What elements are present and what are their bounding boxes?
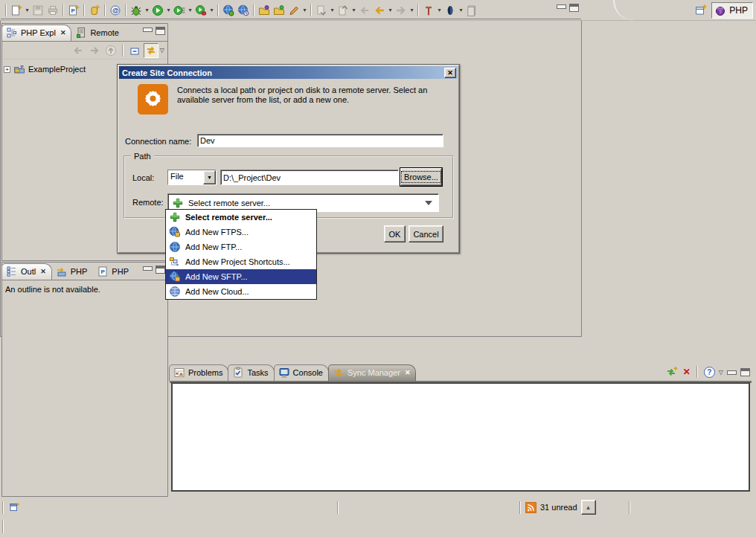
bottom-panel-toolbar: ✕ ? ▽ (664, 364, 750, 379)
tab-outline[interactable]: Outl ✕ (1, 263, 52, 280)
forward-gray-icon (89, 45, 100, 57)
fast-view-button[interactable]: ✦ (9, 501, 21, 514)
link-with-editor-toggle[interactable] (144, 43, 158, 58)
connection-name-label: Connection name: (125, 137, 191, 146)
dropdown-item-add-new-ftps[interactable]: Add New FTPS... (166, 225, 316, 239)
status-separator (2, 501, 4, 514)
collapse-all-button[interactable] (127, 43, 142, 58)
unread-count-label: 31 unread (540, 503, 577, 512)
remove-connection-button[interactable]: ✕ (683, 367, 691, 377)
remote-server-icon (75, 27, 87, 39)
svg-text:✦: ✦ (16, 501, 21, 508)
maximize-button[interactable] (740, 368, 750, 376)
open-perspective-icon (695, 4, 707, 16)
remote-server-dropdown: Select remote server... Add New FTPS... … (165, 209, 317, 300)
up-arrow-circle-icon (105, 45, 117, 57)
console-icon (278, 367, 290, 379)
tab-tasks[interactable]: Tasks (228, 364, 274, 381)
tab-label: Remote (90, 28, 119, 37)
tab-php-explorer[interactable]: PHP Expl ✕ (1, 25, 71, 41)
unread-expand-button[interactable]: ▲ (581, 500, 596, 515)
maximize-button[interactable] (156, 266, 165, 274)
explorer-window-buttons (143, 27, 165, 35)
tab-console[interactable]: Console (274, 364, 329, 381)
forward-history-button[interactable] (87, 43, 102, 58)
dropdown-item-add-new-cloud[interactable]: Add New Cloud... (166, 284, 316, 299)
dropdown-item-add-new-sftp[interactable]: Add New SFTP... (166, 269, 316, 284)
tab-label: PHP Expl (21, 28, 56, 37)
php-perspective-icon: ? (714, 4, 726, 16)
svg-text:P: P (101, 268, 106, 275)
close-icon[interactable]: ✕ (405, 369, 411, 376)
add-sync-connection-button[interactable] (664, 364, 679, 380)
php-perspective-button[interactable]: ? PHP (711, 2, 753, 19)
problems-icon (173, 367, 185, 379)
remote-combo-value: Select remote server... (188, 199, 270, 208)
local-path-input[interactable] (220, 170, 399, 185)
minimize-button[interactable] (143, 266, 153, 271)
project-shortcut-icon (169, 256, 181, 268)
browse-button[interactable]: Browse... (400, 168, 442, 186)
perspective-curve-divider (613, 0, 638, 21)
up-level-button[interactable] (103, 43, 118, 58)
minimize-button[interactable] (727, 370, 737, 375)
outline-window-buttons (143, 266, 165, 274)
tab-sync-manager[interactable]: Sync Manager ✕ (328, 364, 416, 381)
help-button[interactable]: ? (704, 367, 715, 378)
tab-remote[interactable]: Remote (71, 25, 125, 41)
close-icon[interactable]: ✕ (60, 29, 66, 36)
tab-label: Problems (188, 368, 222, 377)
maximize-button[interactable] (156, 27, 165, 35)
open-perspective-button[interactable] (693, 2, 708, 19)
explorer-view-toolbar: ▽ (2, 42, 167, 60)
status-row-2 (0, 518, 756, 537)
local-label: Local: (132, 173, 154, 182)
view-menu-button[interactable]: ▽ (160, 47, 164, 54)
editor-tabstrip (1, 1, 581, 19)
svg-text:?: ? (719, 10, 722, 15)
svg-text:P: P (21, 65, 24, 69)
collapse-all-icon (129, 45, 141, 57)
local-type-combo[interactable]: File ▼ (167, 170, 217, 185)
dropdown-item-add-new-ftp[interactable]: Add New FTP... (166, 239, 316, 254)
connection-name-input[interactable] (197, 134, 443, 147)
tab-problems[interactable]: Problems (169, 364, 228, 381)
combo-dropdown-icon[interactable] (425, 201, 432, 205)
globe-lock-icon (169, 271, 181, 283)
minimize-button[interactable] (143, 28, 153, 32)
status-row-1: ✦ 31 unread ▲ (0, 498, 756, 518)
sync-manager-content[interactable] (171, 382, 750, 492)
sync-plus-icon (666, 366, 678, 378)
tab-php-project-outline[interactable]: PHP (51, 263, 94, 280)
back-gray-icon (72, 45, 84, 57)
cancel-button[interactable]: Cancel (409, 225, 443, 242)
status-separator (519, 501, 521, 514)
ok-button[interactable]: OK (384, 225, 406, 242)
add-server-icon (172, 197, 184, 209)
tab-php-file-outline[interactable]: P PHP (92, 263, 135, 280)
bottom-panel: Problems Tasks Console Sync Manager ✕ ✕ … (170, 362, 752, 497)
view-menu-button[interactable]: ▽ (719, 369, 723, 376)
minimize-button[interactable] (557, 4, 566, 9)
close-icon[interactable]: ✕ (40, 268, 46, 275)
maximize-button[interactable] (569, 4, 579, 12)
path-group-label: Path (131, 152, 154, 161)
remote-label: Remote: (132, 198, 164, 207)
dropdown-item-select-remote-server[interactable]: Select remote server... (166, 210, 316, 225)
feed-status-group: 31 unread ▲ (525, 500, 596, 515)
dialog-titlebar[interactable]: Create Site Connection ✕ (119, 66, 458, 79)
toolbar-separator (122, 45, 124, 57)
link-editor-icon (145, 45, 157, 57)
fast-view-icon: ✦ (9, 501, 21, 512)
expander-icon[interactable]: + (4, 66, 10, 73)
dialog-title: Create Site Connection (119, 68, 444, 77)
dropdown-item-add-new-project-shortcuts[interactable]: Add New Project Shortcuts... (166, 254, 316, 269)
editor-window-buttons (557, 4, 579, 12)
tree-item-label: ExampleProject (28, 65, 86, 74)
close-icon[interactable]: ✕ (444, 68, 456, 78)
combo-arrow-icon[interactable]: ▼ (203, 170, 216, 184)
site-connection-gear-icon (138, 84, 168, 115)
local-type-value: File (168, 170, 203, 184)
php-project-icon: P (13, 63, 25, 75)
back-history-button[interactable] (71, 43, 86, 58)
